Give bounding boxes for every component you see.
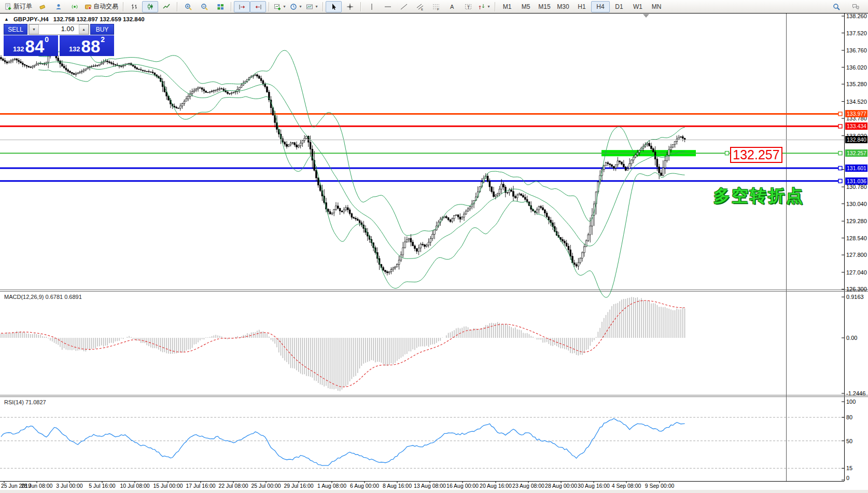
- zoom-in-icon: [185, 3, 192, 10]
- sell-price-box[interactable]: 132 84 0: [4, 35, 58, 56]
- buy-button[interactable]: BUY: [90, 24, 114, 35]
- time-tick-label: 13 Aug 08:00: [414, 483, 446, 489]
- hline-icon: [384, 3, 391, 10]
- periods-button[interactable]: ▾: [288, 1, 304, 12]
- price-tick-label: 126.300: [846, 286, 867, 292]
- zoom-in-button[interactable]: [180, 1, 196, 12]
- auto-scroll-button[interactable]: [234, 1, 250, 12]
- tf-d1-label: D1: [615, 3, 623, 10]
- fibonacci-button[interactable]: F: [428, 1, 444, 12]
- price-tick-label: 138.260: [846, 13, 867, 19]
- line-handle[interactable]: [838, 125, 842, 128]
- svg-text:T: T: [467, 4, 470, 9]
- tf-mn[interactable]: MN: [647, 1, 666, 12]
- crosshair-button[interactable]: [342, 1, 358, 12]
- arrows-button[interactable]: ▾: [476, 1, 492, 12]
- line-handle[interactable]: [838, 152, 842, 155]
- bollinger-band: [38, 62, 684, 258]
- time-tick-label: 29 Jul 16:00: [284, 483, 313, 489]
- tf-m15[interactable]: M15: [535, 1, 554, 12]
- tf-d1[interactable]: D1: [610, 1, 628, 12]
- text-button[interactable]: A: [444, 1, 460, 12]
- candles-icon: [147, 3, 154, 10]
- toolbar-separator: [323, 2, 323, 11]
- tf-m15-label: M15: [538, 3, 550, 10]
- doc-plus-icon: [5, 3, 12, 10]
- dropdown-arrow-icon[interactable]: ▾: [487, 4, 489, 9]
- profile-button[interactable]: [50, 1, 66, 12]
- vertical-line-button[interactable]: [363, 1, 380, 12]
- volume-increase-button[interactable]: ▲: [79, 24, 89, 34]
- one-click-trading-panel: SELL ▼ 1.00 ▲ BUY 132 84 0 132 88 2: [4, 24, 114, 56]
- rsi-tick-label: 100: [846, 399, 856, 405]
- autotrade-icon: [85, 3, 92, 10]
- macd-tick-label: 0.00: [846, 335, 857, 341]
- price-tick-label: 136.020: [846, 64, 867, 71]
- tf-w1[interactable]: W1: [628, 1, 647, 12]
- vline-icon: [368, 3, 375, 10]
- tf-h1-label: H1: [578, 3, 585, 10]
- cursor-button[interactable]: [326, 1, 342, 12]
- autotrade-button[interactable]: 自动交易: [82, 1, 120, 12]
- volume-field[interactable]: 1.00: [39, 24, 79, 34]
- macd-tick-label: -1.2446: [846, 390, 865, 396]
- buy-price-big: 88: [81, 38, 101, 55]
- rsi-tick-label: 0: [846, 475, 849, 481]
- volume-decrease-button[interactable]: ▼: [29, 24, 39, 34]
- line-handle[interactable]: [725, 152, 729, 155]
- styler-button[interactable]: [34, 1, 50, 12]
- line-handle[interactable]: [838, 112, 842, 116]
- tf-mn-label: MN: [652, 3, 662, 10]
- new-order-button[interactable]: 新订单: [3, 1, 34, 12]
- svg-text:F: F: [437, 7, 439, 10]
- tf-h4[interactable]: H4: [591, 1, 610, 12]
- trendline-button[interactable]: [396, 1, 412, 12]
- price-tick-label: 131.540: [846, 167, 867, 173]
- symbol-period-label: GBPJPY-,H4: [13, 16, 49, 22]
- tile-windows-button[interactable]: [212, 1, 228, 12]
- collapse-panel-icon[interactable]: ▲: [4, 17, 9, 22]
- sell-price-prefix: 132: [13, 45, 24, 53]
- time-tick-label: 25 Jul 00:00: [251, 483, 281, 489]
- dropdown-arrow-icon[interactable]: ▾: [315, 4, 317, 9]
- tf-m30[interactable]: M30: [554, 1, 572, 12]
- autoscroll-icon: [239, 3, 246, 10]
- tf-h4-label: H4: [596, 3, 604, 10]
- turning-point-annotation[interactable]: 多空转折点: [713, 185, 804, 208]
- horizontal-line-button[interactable]: [380, 1, 396, 12]
- candlestick-button[interactable]: [142, 1, 158, 12]
- chart-shift-marker[interactable]: [643, 14, 649, 18]
- fibo-icon: F: [432, 3, 440, 10]
- chat-button[interactable]: [847, 1, 863, 12]
- chart-shift-button[interactable]: [250, 1, 266, 12]
- dropdown-arrow-icon[interactable]: ▾: [283, 4, 285, 9]
- rsi-tick-label: 50: [846, 438, 852, 444]
- signal-button[interactable]: [66, 1, 82, 12]
- price-callout-box[interactable]: 132.257: [730, 147, 782, 163]
- buy-price-box[interactable]: 132 88 2: [60, 35, 114, 56]
- bar-chart-button[interactable]: [126, 1, 142, 12]
- line-icon: [163, 3, 170, 10]
- line-chart-button[interactable]: [158, 1, 174, 12]
- dropdown-arrow-icon[interactable]: ▾: [299, 4, 301, 9]
- chart-canvas: 138.260137.520136.760136.020135.280134.5…: [0, 0, 868, 493]
- text-a-icon: A: [449, 3, 456, 10]
- line-handle[interactable]: [838, 179, 842, 183]
- sell-price-sup: 0: [45, 35, 49, 44]
- equidistant-channel-button[interactable]: E: [412, 1, 428, 12]
- time-tick-label: 10 Jul 08:00: [120, 483, 149, 489]
- text-label-button[interactable]: T: [460, 1, 476, 12]
- zoom-out-button[interactable]: [196, 1, 212, 12]
- templates-button[interactable]: ▾: [304, 1, 320, 12]
- time-tick-label: 28 Jun 08:00: [21, 483, 53, 489]
- new-chart-button[interactable]: ▾: [272, 1, 288, 12]
- tf-h1[interactable]: H1: [572, 1, 591, 12]
- line-handle[interactable]: [838, 166, 842, 170]
- time-tick-label: 3 Jul 00:00: [56, 483, 83, 489]
- sell-button[interactable]: SELL: [4, 24, 27, 35]
- search-button[interactable]: [828, 1, 844, 12]
- tf-m1[interactable]: M1: [498, 1, 516, 12]
- time-tick-label: 1 Aug 08:00: [317, 483, 346, 489]
- tf-m5[interactable]: M5: [516, 1, 535, 12]
- autotrade-button-label: 自动交易: [93, 2, 118, 11]
